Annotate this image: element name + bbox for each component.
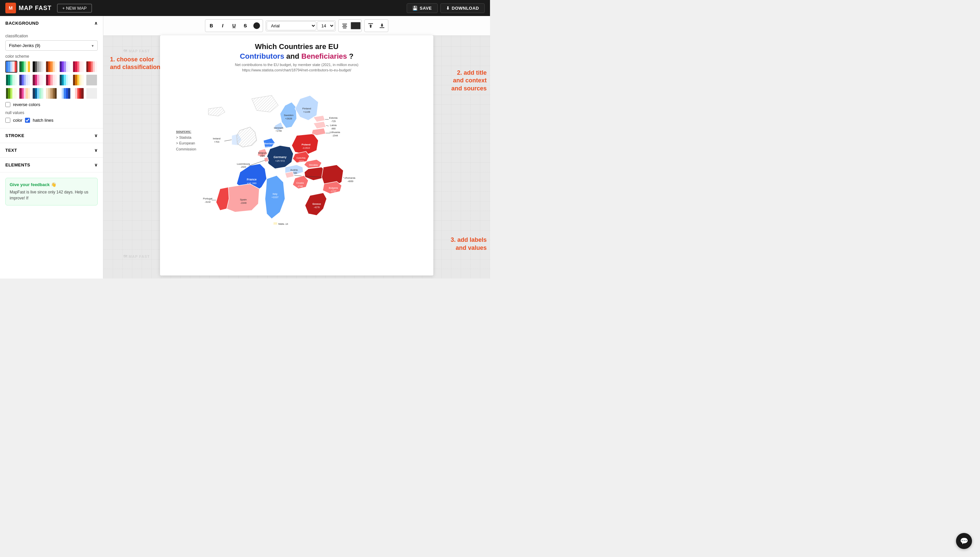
poland-value: -11910	[302, 147, 310, 150]
estonia-label: Estonia	[329, 116, 337, 119]
color-swatch-gray[interactable]	[32, 61, 44, 73]
color-swatch-cyan[interactable]	[59, 74, 71, 86]
luxembourg-path	[264, 157, 269, 162]
ireland-value: +703	[214, 141, 219, 143]
valign-bottom-button[interactable]	[376, 20, 387, 31]
sources-box: sources: > Statista > European Commissio…	[176, 129, 196, 152]
canvas-area: B I U S Arial Georgia Times New Roman 14…	[103, 16, 490, 278]
latvia-line	[326, 125, 329, 126]
classification-label: classification	[5, 34, 98, 38]
header-right: 💾 SAVE ⬇ DOWNLOAD	[407, 3, 485, 13]
strikethrough-button[interactable]: S	[240, 20, 251, 31]
color-swatch-bluegreen[interactable]	[32, 87, 44, 99]
croatia-value: -1746	[297, 185, 303, 187]
bold-button[interactable]: B	[206, 20, 217, 31]
luxembourg-label: Luxembourg	[237, 163, 250, 165]
color-swatch-rose[interactable]	[45, 74, 57, 86]
background-section: BACKGROUND ∧ classification Fisher-Jenks…	[0, 16, 103, 129]
color-swatch-pinkorange[interactable]	[19, 87, 31, 99]
null-values-label: null values	[5, 111, 98, 115]
map-title-part1: Which Countries are EU	[255, 42, 339, 51]
stroke-section: STROKE ∨	[0, 129, 103, 143]
romania-label: Romania	[346, 176, 356, 179]
uk-path	[237, 127, 257, 147]
map-title-and: and	[286, 52, 301, 60]
background-section-header[interactable]: BACKGROUND ∧	[0, 16, 103, 30]
logo: M MAP FAST	[5, 3, 52, 13]
feedback-text: MapFast is live since only 142 days. Hel…	[10, 189, 93, 201]
color-swatch-placeholder[interactable]	[86, 74, 98, 86]
color-swatch-pink[interactable]	[32, 74, 44, 86]
font-size-select[interactable]: 14 12 16 18	[317, 21, 335, 30]
map-title-beneficiaries: Beneficiaries	[301, 52, 347, 60]
color-swatch-gold[interactable]	[72, 74, 84, 86]
germany-value: +25 572	[275, 160, 285, 163]
lithuania-label: Lithuania	[330, 131, 340, 134]
reverse-colors-checkbox[interactable]	[5, 102, 10, 107]
background-section-content: classification Fisher-Jenks (9) Equal In…	[0, 34, 103, 128]
italic-button[interactable]: I	[217, 20, 228, 31]
france-label: France	[247, 178, 257, 181]
save-icon: 💾	[412, 6, 418, 11]
iceland-path	[208, 107, 225, 116]
svg-marker-5	[369, 24, 372, 26]
save-button[interactable]: 💾 SAVE	[407, 3, 438, 13]
color-swatch-teal[interactable]	[5, 74, 17, 86]
download-button[interactable]: ⬇ DOWNLOAD	[440, 3, 485, 13]
latvia-label: Latvia	[330, 124, 337, 127]
classification-select[interactable]: Fisher-Jenks (9) Equal Interval (9) Quan…	[5, 40, 98, 51]
sources-title: sources:	[176, 129, 196, 135]
color-swatch-whitered[interactable]	[72, 87, 84, 99]
watermark-1: 🗺 MAP FAST	[123, 49, 150, 53]
map-title-contributors: Contributors	[240, 52, 284, 60]
elements-section-header[interactable]: ELEMENTS ∨	[0, 158, 103, 172]
null-hatch-checkbox[interactable]	[25, 118, 30, 123]
svg-rect-7	[380, 27, 385, 28]
feedback-title: Give your feedback 👋	[10, 182, 93, 187]
text-section-header[interactable]: TEXT ∨	[0, 143, 103, 158]
valign-top-button[interactable]	[365, 20, 376, 31]
fill-color-rect[interactable]	[350, 22, 361, 29]
align-icon	[342, 23, 347, 28]
align-button[interactable]	[339, 20, 350, 31]
romania-value: -4069	[347, 180, 353, 182]
ireland-label: Ireland	[213, 137, 221, 140]
color-swatch-warmgray[interactable]	[45, 87, 57, 99]
norway-path	[251, 95, 278, 112]
color-swatch-green[interactable]	[19, 61, 31, 73]
valign-bottom-icon	[379, 23, 385, 28]
color-swatch-blue-red[interactable]	[5, 61, 17, 73]
stroke-label: STROKE	[5, 133, 24, 138]
latvia-value: -860	[331, 127, 336, 130]
color-swatch-yellowgreen[interactable]	[5, 87, 17, 99]
color-swatch-whiteblue[interactable]	[59, 87, 71, 99]
color-swatch-placeholder2[interactable]	[86, 87, 98, 99]
map-description: Net contributions to the EU budget, by m…	[170, 62, 423, 73]
color-swatch-red-solid[interactable]	[86, 61, 98, 73]
map-card: Which Countries are EU Contributors and …	[160, 35, 433, 275]
stroke-expand-icon: ∨	[94, 133, 98, 138]
svg-rect-1	[343, 25, 346, 26]
logo-text: MAP FAST	[19, 5, 52, 12]
denmark-label: Denmark	[274, 127, 284, 129]
italy-value: +3337	[271, 196, 278, 199]
color-swatch-lavender[interactable]	[19, 74, 31, 86]
color-swatch-salmon[interactable]	[72, 61, 84, 73]
svg-rect-0	[342, 24, 347, 24]
map-container: 🗺 MAP FAST 🗺 MAP FAST 🗺 MAP FAST 🗺 MAP F…	[103, 36, 490, 278]
color-button[interactable]	[251, 20, 262, 31]
underline-button[interactable]: U	[229, 20, 239, 31]
color-swatch-orange[interactable]	[45, 61, 57, 73]
watermark-5: 🗺 MAP FAST	[123, 254, 150, 259]
finland-label: Finland	[302, 107, 311, 110]
czechia-value: -2853	[298, 160, 304, 163]
stroke-section-header[interactable]: STROKE ∨	[0, 129, 103, 143]
null-color-checkbox[interactable]	[5, 118, 10, 123]
germany-label: Germany	[273, 155, 286, 159]
color-swatch-purple[interactable]	[59, 61, 71, 73]
spain-value: -1946	[240, 202, 246, 204]
new-map-button[interactable]: + NEW MAP	[57, 4, 92, 13]
belgium-value: -2950	[260, 155, 265, 157]
font-family-select[interactable]: Arial Georgia Times New Roman	[267, 21, 316, 30]
svg-rect-6	[370, 26, 372, 28]
